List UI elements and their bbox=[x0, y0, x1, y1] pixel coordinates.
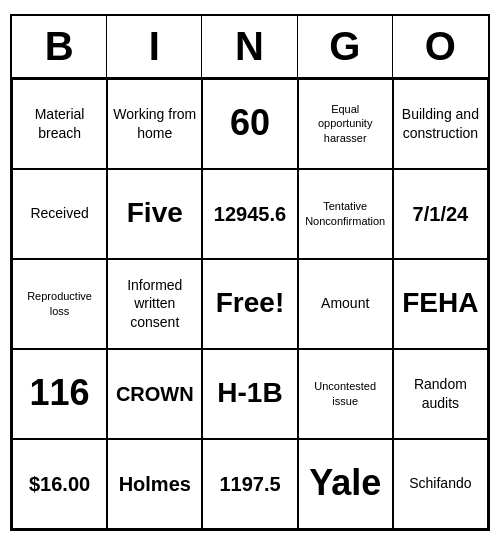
header-letter-n: N bbox=[202, 16, 297, 77]
header-letter-g: G bbox=[298, 16, 393, 77]
bingo-cell-4: Building and construction bbox=[393, 79, 488, 169]
bingo-cell-1: Working from home bbox=[107, 79, 202, 169]
bingo-cell-3: Equal opportunity harasser bbox=[298, 79, 393, 169]
bingo-cell-9: 7/1/24 bbox=[393, 169, 488, 259]
bingo-header: BINGO bbox=[12, 16, 488, 79]
bingo-cell-6: Five bbox=[107, 169, 202, 259]
bingo-cell-19: Random audits bbox=[393, 349, 488, 439]
bingo-cell-12: Free! bbox=[202, 259, 297, 349]
bingo-cell-7: 12945.6 bbox=[202, 169, 297, 259]
bingo-cell-8: Tentative Nonconfirmation bbox=[298, 169, 393, 259]
bingo-grid: Material breachWorking from home60Equal … bbox=[12, 79, 488, 529]
bingo-cell-23: Yale bbox=[298, 439, 393, 529]
bingo-cell-22: 1197.5 bbox=[202, 439, 297, 529]
bingo-cell-20: $16.00 bbox=[12, 439, 107, 529]
bingo-cell-11: Informed written consent bbox=[107, 259, 202, 349]
bingo-cell-16: CROWN bbox=[107, 349, 202, 439]
bingo-cell-13: Amount bbox=[298, 259, 393, 349]
bingo-cell-0: Material breach bbox=[12, 79, 107, 169]
header-letter-i: I bbox=[107, 16, 202, 77]
bingo-cell-17: H-1B bbox=[202, 349, 297, 439]
bingo-card: BINGO Material breachWorking from home60… bbox=[10, 14, 490, 531]
bingo-cell-15: 116 bbox=[12, 349, 107, 439]
bingo-cell-21: Holmes bbox=[107, 439, 202, 529]
header-letter-o: O bbox=[393, 16, 488, 77]
bingo-cell-18: Uncontested issue bbox=[298, 349, 393, 439]
bingo-cell-14: FEHA bbox=[393, 259, 488, 349]
bingo-cell-24: Schifando bbox=[393, 439, 488, 529]
bingo-cell-10: Reproductive loss bbox=[12, 259, 107, 349]
header-letter-b: B bbox=[12, 16, 107, 77]
bingo-cell-2: 60 bbox=[202, 79, 297, 169]
bingo-cell-5: Received bbox=[12, 169, 107, 259]
